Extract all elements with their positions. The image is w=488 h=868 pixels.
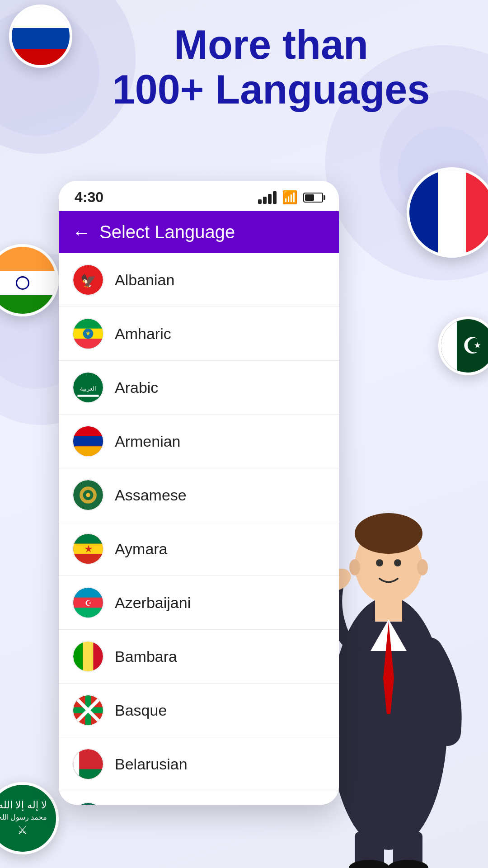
svg-rect-29 bbox=[73, 446, 103, 456]
language-name-armenian: Armenian bbox=[115, 433, 181, 450]
svg-text:🦅: 🦅 bbox=[80, 273, 97, 289]
flag-russia bbox=[9, 5, 72, 68]
svg-point-13 bbox=[394, 559, 401, 566]
language-name-albanian: Albanian bbox=[115, 271, 174, 289]
svg-rect-44 bbox=[73, 588, 103, 598]
app-header: ← Select Language bbox=[59, 211, 339, 253]
svg-rect-61 bbox=[73, 749, 79, 779]
svg-point-2 bbox=[355, 513, 422, 554]
language-name-belarusian: Belarusian bbox=[115, 755, 188, 773]
svg-rect-49 bbox=[73, 642, 83, 671]
list-item[interactable]: Bambara bbox=[59, 630, 339, 684]
svg-point-14 bbox=[349, 559, 360, 576]
svg-rect-46 bbox=[73, 608, 103, 618]
svg-rect-51 bbox=[93, 642, 103, 671]
svg-text:★: ★ bbox=[84, 544, 93, 554]
wifi-icon: 📶 bbox=[282, 190, 298, 205]
language-list: 🦅 Albanian Amharic bbox=[59, 253, 339, 805]
flag-azerbaijani: ☪ bbox=[72, 587, 104, 618]
flag-saudi: لا إله إلا الله محمد رسول الله ⚔ bbox=[0, 782, 59, 854]
list-item[interactable]: Amharic bbox=[59, 307, 339, 361]
list-item[interactable]: Armenian bbox=[59, 415, 339, 468]
flag-basque bbox=[72, 694, 104, 726]
svg-point-15 bbox=[417, 559, 428, 576]
back-button[interactable]: ← bbox=[72, 223, 90, 241]
language-name-basque: Basque bbox=[115, 702, 167, 719]
svg-rect-28 bbox=[73, 436, 103, 447]
phone-mockup: 4:30 📶 ← Select Language 🦅 bbox=[59, 181, 339, 805]
list-item[interactable]: Belarusian bbox=[59, 737, 339, 791]
svg-rect-50 bbox=[83, 642, 94, 671]
svg-rect-3 bbox=[375, 599, 402, 622]
svg-rect-37 bbox=[73, 534, 103, 544]
flag-pakistan: ☪ bbox=[438, 316, 488, 375]
svg-rect-39 bbox=[73, 554, 103, 564]
svg-point-35 bbox=[86, 493, 90, 497]
svg-point-12 bbox=[376, 559, 383, 566]
status-bar: 4:30 📶 bbox=[59, 181, 339, 211]
svg-rect-25 bbox=[77, 395, 99, 397]
battery-icon bbox=[303, 193, 323, 203]
svg-rect-27 bbox=[73, 426, 103, 436]
language-name-arabic: Arabic bbox=[115, 379, 158, 396]
flag-armenian bbox=[72, 425, 104, 457]
language-name-amharic: Amharic bbox=[115, 325, 171, 343]
status-time: 4:30 bbox=[75, 189, 103, 206]
flag-belarusian bbox=[72, 748, 104, 780]
flag-amharic bbox=[72, 318, 104, 349]
flag-bambara bbox=[72, 641, 104, 672]
list-item[interactable]: ★ Aymara bbox=[59, 522, 339, 576]
svg-text:العربية: العربية bbox=[80, 385, 96, 392]
svg-point-63 bbox=[73, 803, 103, 805]
list-item[interactable]: Bengali bbox=[59, 791, 339, 805]
header-title: Select Language bbox=[99, 222, 235, 242]
svg-text:☪: ☪ bbox=[85, 599, 92, 608]
language-name-aymara: Aymara bbox=[115, 540, 168, 558]
list-item[interactable]: العربية Arabic bbox=[59, 361, 339, 415]
language-name-bambara: Bambara bbox=[115, 648, 177, 665]
flag-aymara: ★ bbox=[72, 533, 104, 565]
signal-icon bbox=[258, 191, 277, 204]
hero-title: More than 100+ Languages bbox=[81, 23, 461, 112]
flag-arabic: العربية bbox=[72, 372, 104, 403]
hero-section: More than 100+ Languages bbox=[81, 23, 461, 112]
language-name-azerbaijani: Azerbaijani bbox=[115, 594, 191, 612]
flag-bengali bbox=[72, 802, 104, 805]
svg-rect-20 bbox=[73, 339, 103, 349]
status-icons: 📶 bbox=[258, 190, 323, 205]
language-name-assamese: Assamese bbox=[115, 486, 187, 504]
list-item[interactable]: 🦅 Albanian bbox=[59, 253, 339, 307]
flag-albanian: 🦅 bbox=[72, 264, 104, 296]
list-item[interactable]: Assamese bbox=[59, 468, 339, 522]
list-item[interactable]: Basque bbox=[59, 684, 339, 737]
list-item[interactable]: ☪ Azerbaijani bbox=[59, 576, 339, 630]
flag-assamese bbox=[72, 479, 104, 511]
